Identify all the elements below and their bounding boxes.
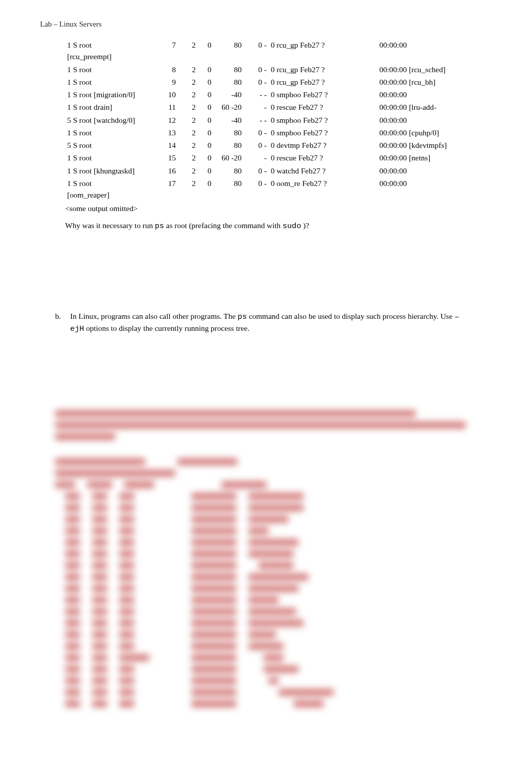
table-cell: 11 bbox=[137, 101, 178, 113]
cmd-ps: ps bbox=[155, 222, 164, 231]
list-item-b: b. In Linux, programs can also call othe… bbox=[55, 311, 492, 334]
table-cell: 0 bbox=[198, 177, 213, 202]
table-cell: 1 S root bbox=[65, 63, 137, 76]
table-cell: 0 smpboo Feb27 ? bbox=[269, 88, 377, 101]
table-cell: 80 bbox=[213, 126, 243, 139]
table-cell: -40 bbox=[213, 88, 243, 101]
question-text: Why was it necessary to run bbox=[65, 221, 155, 230]
table-cell: - - bbox=[243, 88, 269, 101]
cmd-sudo: sudo bbox=[283, 222, 301, 231]
table-cell: 14 bbox=[137, 139, 178, 151]
table-cell: 00:00:00 [rcu_sched] bbox=[377, 63, 486, 76]
table-row: 5 S root [watchdog/0]1220-40- -0 smpboo … bbox=[65, 114, 486, 126]
list-marker: b. bbox=[55, 311, 70, 334]
table-cell: 7 bbox=[137, 39, 178, 63]
table-cell: 60 -20 bbox=[213, 101, 243, 113]
table-cell: 1 S root [rcu_preempt] bbox=[65, 39, 137, 63]
table-cell: 0 - bbox=[243, 76, 269, 88]
table-row: 1 S root [khungtaskd]1620800 -0 watchd F… bbox=[65, 164, 486, 177]
table-cell: 0 rescue Feb27 ? bbox=[269, 101, 377, 113]
table-cell: 0 bbox=[198, 126, 213, 139]
table-cell: 0 bbox=[198, 101, 213, 113]
table-cell: -40 bbox=[213, 114, 243, 126]
table-cell: 0 - bbox=[243, 177, 269, 202]
table-row: 5 S root1420800 -0 devtmp Feb27 ?00:00:0… bbox=[65, 139, 486, 151]
table-cell: 2 bbox=[178, 39, 198, 63]
table-row: 1 S root1320800 -0 smpboo Feb27 ?00:00:0… bbox=[65, 126, 486, 139]
table-cell: 0 - bbox=[243, 139, 269, 151]
page-header: Lab – Linux Servers bbox=[40, 20, 492, 29]
table-cell: 00:00:00 [rcu_bh] bbox=[377, 76, 486, 88]
table-cell: 60 -20 bbox=[213, 151, 243, 164]
table-row: 1 S root820800 -0 rcu_gp Feb27 ?00:00:00… bbox=[65, 63, 486, 76]
table-cell: 0 bbox=[198, 76, 213, 88]
table-cell: 00:00:00 [kdevtmpfs] bbox=[377, 139, 486, 151]
table-cell: 5 S root [watchdog/0] bbox=[65, 114, 137, 126]
table-cell: 0 - bbox=[243, 126, 269, 139]
table-cell: 1 S root bbox=[65, 126, 137, 139]
table-cell: - - bbox=[243, 114, 269, 126]
table-cell: 12 bbox=[137, 114, 178, 126]
table-cell: 13 bbox=[137, 126, 178, 139]
table-cell: 1 S root [migration/0] bbox=[65, 88, 137, 101]
table-cell: 9 bbox=[137, 76, 178, 88]
table-cell: 2 bbox=[178, 126, 198, 139]
table-cell: 0 bbox=[198, 114, 213, 126]
table-cell: 00:00:00 bbox=[377, 88, 486, 101]
table-cell: 16 bbox=[137, 164, 178, 177]
table-cell: 2 bbox=[178, 88, 198, 101]
table-cell: 2 bbox=[178, 63, 198, 76]
blurred-hidden-content bbox=[55, 410, 492, 710]
table-row: 1 S root920800 -0 rcu_gp Feb27 ?00:00:00… bbox=[65, 76, 486, 88]
table-cell: 15 bbox=[137, 151, 178, 164]
table-cell: 17 bbox=[137, 177, 178, 202]
table-cell: 0 devtmp Feb27 ? bbox=[269, 139, 377, 151]
table-cell: 2 bbox=[178, 114, 198, 126]
table-cell: 80 bbox=[213, 76, 243, 88]
table-cell: 2 bbox=[178, 76, 198, 88]
table-row: 1 S root [migration/0]1020-40- -0 smpboo… bbox=[65, 88, 486, 101]
table-cell: 1 S root bbox=[65, 76, 137, 88]
table-cell: 0 rcu_gp Feb27 ? bbox=[269, 63, 377, 76]
table-cell: 0 bbox=[198, 139, 213, 151]
table-cell: 00:00:00 bbox=[377, 164, 486, 177]
table-cell: 00:00:00 bbox=[377, 114, 486, 126]
table-cell: 0 rescue Feb27 ? bbox=[269, 151, 377, 164]
table-cell: 5 S root bbox=[65, 139, 137, 151]
table-cell: 80 bbox=[213, 63, 243, 76]
question-why-root: Why was it necessary to run ps as root (… bbox=[65, 221, 492, 231]
output-omitted: <some output omitted> bbox=[65, 204, 492, 213]
table-cell: 2 bbox=[178, 139, 198, 151]
table-cell: 0 rcu_gp Feb27 ? bbox=[269, 76, 377, 88]
table-cell: 00:00:00 [lru-add- bbox=[377, 101, 486, 113]
table-cell: 2 bbox=[178, 164, 198, 177]
question-text: )? bbox=[303, 221, 309, 230]
table-cell: 0 bbox=[198, 63, 213, 76]
table-cell: 1 S root bbox=[65, 151, 137, 164]
table-cell: 80 bbox=[213, 177, 243, 202]
table-cell: 00:00:00 [netns] bbox=[377, 151, 486, 164]
table-cell: 0 - bbox=[243, 63, 269, 76]
table-cell: 1 S root [oom_reaper] bbox=[65, 177, 137, 202]
table-cell: 80 bbox=[213, 139, 243, 151]
table-cell: 2 bbox=[178, 151, 198, 164]
table-cell: 0 oom_re Feb27 ? bbox=[269, 177, 377, 202]
table-cell: 2 bbox=[178, 177, 198, 202]
table-row: 1 S root drain]112060 -20-0 rescue Feb27… bbox=[65, 101, 486, 113]
table-cell: 0 bbox=[198, 164, 213, 177]
table-cell: 0 - bbox=[243, 39, 269, 63]
table-cell: 1 S root drain] bbox=[65, 101, 137, 113]
table-cell: 0 bbox=[198, 151, 213, 164]
table-cell: 10 bbox=[137, 88, 178, 101]
table-row: 1 S root [rcu_preempt]720800 -0 rcu_gp F… bbox=[65, 39, 486, 63]
table-cell: 80 bbox=[213, 39, 243, 63]
table-row: 1 S root152060 -20-0 rescue Feb27 ?00:00… bbox=[65, 151, 486, 164]
table-cell: 00:00:00 bbox=[377, 177, 486, 202]
table-row: 1 S root [oom_reaper]1720800 -0 oom_re F… bbox=[65, 177, 486, 202]
table-cell: 0 bbox=[198, 88, 213, 101]
list-item-b-text: In Linux, programs can also call other p… bbox=[70, 311, 492, 334]
table-cell: 00:00:00 bbox=[377, 39, 486, 63]
table-cell: 0 rcu_gp Feb27 ? bbox=[269, 39, 377, 63]
table-cell: 1 S root [khungtaskd] bbox=[65, 164, 137, 177]
table-cell: 00:00:00 [cpuhp/0] bbox=[377, 126, 486, 139]
